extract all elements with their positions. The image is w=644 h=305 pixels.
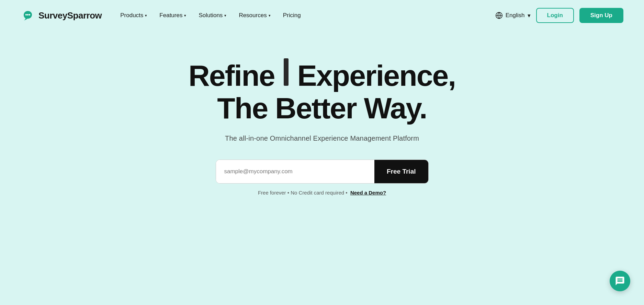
language-selector[interactable]: English ▾ (495, 12, 531, 19)
nav-item-resources[interactable]: Resources ▾ (234, 9, 275, 22)
svg-point-3 (29, 14, 30, 15)
email-input[interactable] (216, 160, 375, 183)
form-note-text: Free forever • No Credit card required • (258, 190, 348, 196)
chevron-down-icon: ▾ (224, 13, 226, 18)
nav-label-resources: Resources (239, 12, 267, 19)
nav-item-features[interactable]: Features ▾ (155, 9, 191, 22)
svg-point-1 (25, 14, 27, 15)
chevron-down-icon: ▾ (269, 13, 271, 18)
chevron-down-icon: ▾ (145, 13, 147, 18)
language-label: English (506, 12, 525, 19)
navbar: SurveySparrow Products ▾ Features ▾ Solu… (0, 0, 644, 31)
chat-icon (615, 276, 625, 286)
logo[interactable]: SurveySparrow (21, 8, 102, 23)
signup-button[interactable]: Sign Up (579, 8, 623, 23)
email-form: Free Trial (216, 160, 429, 184)
nav-item-pricing[interactable]: Pricing (278, 9, 306, 22)
nav-item-products[interactable]: Products ▾ (115, 9, 152, 22)
nav-label-solutions: Solutions (199, 12, 223, 19)
free-trial-button[interactable]: Free Trial (374, 160, 428, 183)
text-cursor-icon (284, 58, 289, 86)
language-chevron: ▾ (528, 12, 531, 19)
logo-text: SurveySparrow (38, 10, 102, 21)
form-note: Free forever • No Credit card required •… (258, 190, 386, 196)
need-demo-link[interactable]: Need a Demo? (350, 190, 386, 196)
nav-label-products: Products (120, 12, 143, 19)
nav-links: Products ▾ Features ▾ Solutions ▾ Resour… (115, 9, 305, 22)
login-button[interactable]: Login (536, 8, 574, 23)
hero-title-pre: Refine (189, 59, 275, 92)
nav-label-pricing: Pricing (283, 12, 301, 19)
navbar-left: SurveySparrow Products ▾ Features ▾ Solu… (21, 8, 306, 23)
chat-button[interactable] (610, 271, 630, 291)
svg-point-2 (27, 14, 29, 15)
hero-section: Refine Experience, The Better Way. The a… (0, 31, 644, 216)
nav-item-solutions[interactable]: Solutions ▾ (194, 9, 231, 22)
hero-title-post: Experience, (297, 59, 455, 92)
hero-title-line2: The Better Way. (217, 92, 427, 125)
hero-title-line1: Refine Experience, (189, 59, 455, 92)
hero-title-cursor-group (282, 58, 290, 86)
logo-icon (21, 8, 35, 23)
hero-subtitle: The all-in-one Omnichannel Experience Ma… (225, 134, 419, 142)
chevron-down-icon: ▾ (184, 13, 186, 18)
nav-label-features: Features (159, 12, 182, 19)
navbar-right: English ▾ Login Sign Up (495, 8, 623, 23)
globe-icon (495, 12, 503, 19)
hero-title: Refine Experience, The Better Way. (189, 58, 455, 124)
